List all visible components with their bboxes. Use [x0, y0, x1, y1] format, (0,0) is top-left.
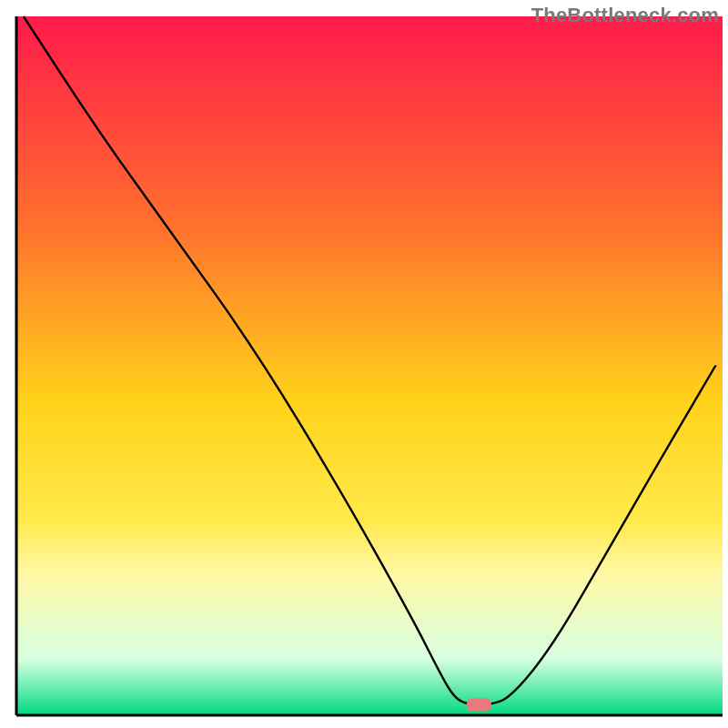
plot-background [16, 16, 723, 715]
optimum-marker [467, 699, 491, 712]
watermark-text: TheBottleneck.com [531, 4, 719, 27]
chart-container: TheBottleneck.com [0, 0, 728, 728]
bottleneck-chart [0, 0, 728, 728]
